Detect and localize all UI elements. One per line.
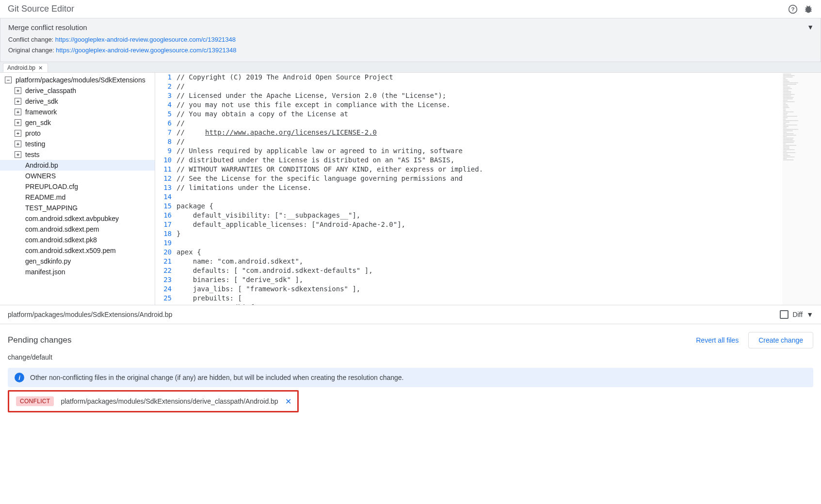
tree-file-TEST_MAPPING[interactable]: TEST_MAPPING <box>0 203 155 213</box>
expand-icon[interactable]: + <box>15 151 21 158</box>
collapse-icon[interactable]: ▼ <box>807 23 814 31</box>
change-name: change/default <box>8 353 813 361</box>
code-editor[interactable]: 1234567891011121314151617181920212223242… <box>155 73 821 305</box>
tree-file-com.android.sdkext.pk8[interactable]: com.android.sdkext.pk8 <box>0 235 155 245</box>
tree-label: derive_sdk <box>25 97 58 105</box>
tab-strip: Android.bp ✕ <box>0 62 821 73</box>
tree-file-manifest.json[interactable]: manifest.json <box>0 267 155 277</box>
tree-label: gen_sdkinfo.py <box>25 257 71 265</box>
tree-file-OWNERS[interactable]: OWNERS <box>0 171 155 181</box>
tab-android-bp[interactable]: Android.bp ✕ <box>3 63 48 72</box>
tree-folder-testing[interactable]: +testing <box>0 139 155 149</box>
tree-label: README.md <box>25 193 65 201</box>
tree-label: manifest.json <box>25 268 65 276</box>
conflict-badge: CONFLICT <box>16 396 54 406</box>
tree-folder-tests[interactable]: +tests <box>0 149 155 160</box>
info-text: Other non-conflicting files in the origi… <box>30 374 403 381</box>
diff-checkbox[interactable] <box>780 310 789 319</box>
tree-file-com.android.sdkext.x509.pem[interactable]: com.android.sdkext.x509.pem <box>0 245 155 256</box>
expand-icon[interactable]: + <box>15 141 21 147</box>
conflict-change-label: Conflict change: <box>8 36 55 43</box>
help-icon[interactable]: ? <box>788 4 798 14</box>
tree-file-README.md[interactable]: README.md <box>0 192 155 203</box>
tree-label: com.android.sdkext.pem <box>25 225 99 233</box>
conflict-row[interactable]: CONFLICT platform/packages/modules/SdkEx… <box>8 390 299 412</box>
original-change-link[interactable]: https://googleplex-android-review.google… <box>56 47 236 54</box>
conflict-change-link[interactable]: https://googleplex-android-review.google… <box>55 36 236 43</box>
tree-label: platform/packages/modules/SdkExtensions <box>16 76 145 84</box>
file-tree: −platform/packages/modules/SdkExtensions… <box>0 73 155 305</box>
tree-label: derive_classpath <box>25 87 76 94</box>
tree-label: proto <box>25 129 41 137</box>
tree-label: gen_sdk <box>25 119 51 126</box>
app-title: Git Source Editor <box>8 4 74 14</box>
tree-file-com.android.sdkext.avbpubkey[interactable]: com.android.sdkext.avbpubkey <box>0 213 155 224</box>
tree-folder-proto[interactable]: +proto <box>0 128 155 139</box>
dropdown-icon[interactable]: ▼ <box>806 311 813 318</box>
tree-folder-derive_sdk[interactable]: +derive_sdk <box>0 96 155 107</box>
tree-label: PREUPLOAD.cfg <box>25 183 78 190</box>
info-icon: i <box>15 373 24 382</box>
tab-label: Android.bp <box>7 64 35 71</box>
create-change-button[interactable]: Create change <box>748 332 813 348</box>
close-icon[interactable]: ✕ <box>38 65 43 71</box>
expand-icon[interactable]: + <box>15 98 21 105</box>
merge-title: Merge conflict resolution <box>8 23 813 32</box>
tree-label: OWNERS <box>25 172 56 180</box>
tree-label: com.android.sdkext.pk8 <box>25 236 97 244</box>
tree-root[interactable]: −platform/packages/modules/SdkExtensions <box>0 75 155 85</box>
tree-label: com.android.sdkext.avbpubkey <box>25 215 119 222</box>
tree-file-com.android.sdkext.pem[interactable]: com.android.sdkext.pem <box>0 224 155 235</box>
tree-file-gen_sdkinfo.py[interactable]: gen_sdkinfo.py <box>0 256 155 267</box>
revert-all-button[interactable]: Revert all files <box>696 336 739 344</box>
expand-icon[interactable]: + <box>15 119 21 126</box>
tree-file-Android.bp[interactable]: Android.bp <box>0 160 155 171</box>
bug-icon[interactable] <box>804 4 813 14</box>
tree-label: Android.bp <box>25 161 58 169</box>
tree-label: testing <box>25 140 45 148</box>
tree-label: com.android.sdkext.x509.pem <box>25 247 116 254</box>
file-path: platform/packages/modules/SdkExtensions/… <box>8 311 172 318</box>
info-banner: i Other non-conflicting files in the ori… <box>8 368 813 387</box>
code-area[interactable]: // Copyright (C) 2019 The Android Open S… <box>177 73 782 305</box>
tree-label: TEST_MAPPING <box>25 204 78 212</box>
tree-folder-framework[interactable]: +framework <box>0 107 155 117</box>
line-gutter: 1234567891011121314151617181920212223242… <box>155 73 177 305</box>
pending-title: Pending changes <box>8 335 71 345</box>
merge-panel: Merge conflict resolution Conflict chang… <box>0 18 821 62</box>
tree-folder-gen_sdk[interactable]: +gen_sdk <box>0 117 155 128</box>
expand-icon[interactable]: + <box>15 87 21 94</box>
original-change-label: Original change: <box>8 47 56 54</box>
tree-label: framework <box>25 108 57 116</box>
expand-icon[interactable]: + <box>15 130 21 137</box>
diff-label: Diff <box>792 311 803 318</box>
expand-icon[interactable]: + <box>15 109 21 115</box>
remove-icon[interactable]: ✕ <box>285 397 291 406</box>
tree-folder-derive_classpath[interactable]: +derive_classpath <box>0 85 155 96</box>
collapse-icon[interactable]: − <box>5 77 12 83</box>
tree-file-PREUPLOAD.cfg[interactable]: PREUPLOAD.cfg <box>0 181 155 192</box>
tree-label: tests <box>25 151 40 158</box>
minimap[interactable]: ━━━━━━━━━━━━━━━━━━━━━━━━━━━━━━━━━━━━━━━━… <box>782 73 821 305</box>
svg-text:?: ? <box>791 6 794 12</box>
conflict-file-path: platform/packages/modules/SdkExtensions/… <box>61 397 278 405</box>
